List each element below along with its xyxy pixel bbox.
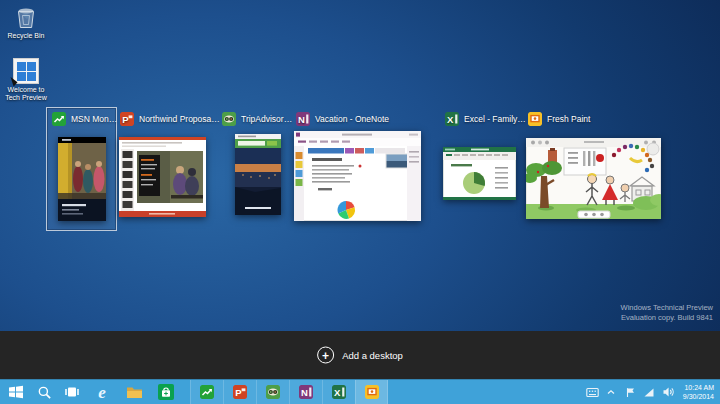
- taskbar-clock[interactable]: 10:24 AM 9/30/2014: [683, 383, 714, 401]
- taskbar-fresh-paint-button[interactable]: [355, 380, 388, 404]
- taskbar-tripadvisor-button[interactable]: [256, 380, 289, 404]
- task-label-fresh-paint[interactable]: Fresh Paint: [528, 111, 590, 126]
- clock-date: 9/30/2014: [683, 392, 714, 401]
- excel-icon: X: [445, 112, 459, 126]
- thumbnail-fresh-paint[interactable]: [526, 138, 661, 219]
- plus-circle-icon: +: [317, 347, 334, 364]
- internet-explorer-icon: e: [98, 384, 106, 401]
- svg-text:N: N: [301, 387, 308, 398]
- msn-money-icon: [52, 112, 66, 126]
- powerpoint-icon: P: [120, 112, 134, 126]
- system-tray: 10:24 AM 9/30/2014: [584, 380, 720, 404]
- svg-text:X: X: [334, 387, 341, 398]
- thumbnail-powerpoint-northwind[interactable]: [119, 137, 206, 217]
- task-label-northwind-powerpoint[interactable]: P Northwind Proposa…: [120, 111, 220, 126]
- thumbnail-excel-family[interactable]: [443, 147, 516, 200]
- desktop-background: Recycle Bin Welcome to Tech Preview Wind…: [0, 0, 720, 404]
- powerpoint-icon: P: [233, 385, 247, 399]
- running-apps: P N: [190, 380, 388, 404]
- touch-keyboard-icon: [586, 387, 599, 398]
- show-hidden-icons-button[interactable]: [603, 380, 620, 404]
- folder-icon: [126, 385, 143, 400]
- file-explorer-button[interactable]: [118, 380, 150, 404]
- svg-text:P: P: [235, 387, 242, 398]
- start-button[interactable]: [2, 380, 30, 404]
- volume-button[interactable]: [660, 380, 677, 404]
- recycle-bin-label: Recycle Bin: [8, 32, 45, 40]
- add-desktop-button[interactable]: + Add a desktop: [317, 347, 403, 364]
- fresh-paint-icon: [528, 112, 542, 126]
- recycle-bin-icon[interactable]: Recycle Bin: [0, 6, 52, 40]
- task-label-excel-family[interactable]: X Excel - Family…: [445, 111, 526, 126]
- thumbnail-onenote-vacation[interactable]: [294, 131, 421, 221]
- speaker-icon: [662, 386, 675, 398]
- windows-logo-icon: [8, 384, 24, 400]
- evaluation-watermark: Windows Technical Preview Evaluation cop…: [621, 303, 713, 322]
- network-button[interactable]: [641, 380, 658, 404]
- taskbar-excel-button[interactable]: X: [322, 380, 355, 404]
- welcome-tech-preview-icon[interactable]: Welcome to Tech Preview: [0, 58, 52, 102]
- svg-text:P: P: [122, 114, 129, 125]
- touch-keyboard-button[interactable]: [584, 380, 601, 404]
- store-button[interactable]: [150, 380, 182, 404]
- network-signal-icon: [643, 387, 655, 398]
- onenote-icon: N: [296, 112, 310, 126]
- fresh-paint-icon: [365, 385, 379, 399]
- task-label-msn-money[interactable]: MSN Mon…: [52, 111, 117, 126]
- clock-time: 10:24 AM: [683, 383, 714, 392]
- search-button[interactable]: [30, 380, 58, 404]
- svg-text:X: X: [447, 114, 454, 125]
- action-center-button[interactable]: [622, 380, 639, 404]
- tripadvisor-icon: [222, 112, 236, 126]
- msn-money-icon: [200, 385, 214, 399]
- task-label-tripadvisor[interactable]: TripAdvisor…: [222, 111, 292, 126]
- taskbar: e: [0, 379, 720, 404]
- chevron-up-icon: [606, 388, 616, 396]
- thumbnail-tripadvisor[interactable]: [235, 134, 281, 215]
- store-icon: [158, 384, 174, 400]
- trash-bin-glyph: [15, 6, 37, 30]
- onenote-icon: N: [299, 385, 313, 399]
- taskbar-powerpoint-button[interactable]: P: [223, 380, 256, 404]
- thumbnail-msn-money[interactable]: [58, 137, 106, 221]
- welcome-label: Welcome to Tech Preview: [5, 86, 47, 102]
- taskbar-msn-money-button[interactable]: [190, 380, 223, 404]
- flag-icon: [625, 387, 636, 398]
- excel-icon: X: [332, 385, 346, 399]
- internet-explorer-button[interactable]: e: [86, 380, 118, 404]
- search-icon: [37, 385, 52, 400]
- task-view-strip: + Add a desktop: [0, 331, 720, 379]
- task-label-vacation-onenote[interactable]: N Vacation - OneNote: [296, 111, 389, 126]
- task-view-button[interactable]: [58, 380, 86, 404]
- taskbar-onenote-button[interactable]: N: [289, 380, 322, 404]
- task-view-icon: [64, 384, 80, 400]
- tripadvisor-icon: [266, 385, 280, 399]
- windows-logo-tile-icon: [13, 58, 39, 84]
- svg-text:N: N: [298, 114, 305, 125]
